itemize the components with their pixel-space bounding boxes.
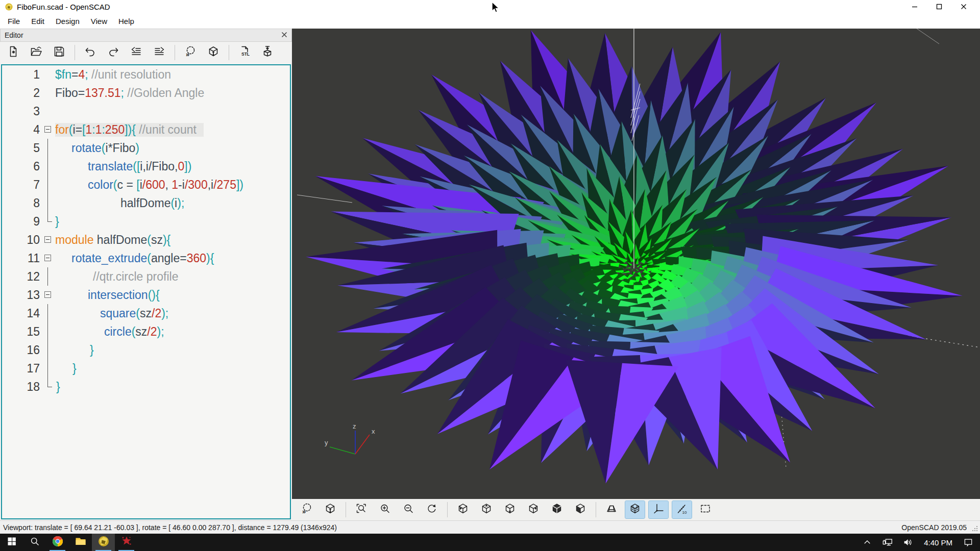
token: Fibo xyxy=(152,160,175,173)
close-button[interactable] xyxy=(951,0,976,13)
redo-icon xyxy=(107,45,119,60)
view-right-button[interactable] xyxy=(453,501,473,518)
token: ) xyxy=(135,141,139,155)
code-text: rotate(i*Fibo) xyxy=(71,141,139,155)
undo-button[interactable] xyxy=(81,44,100,61)
token: * xyxy=(108,141,113,155)
code-line-8[interactable]: 8halfDome(i); xyxy=(2,194,290,212)
view-bottom-button[interactable] xyxy=(500,501,520,518)
code-line-18[interactable]: 18} xyxy=(2,378,290,396)
token: 250 xyxy=(105,123,125,136)
fold-marker[interactable] xyxy=(42,120,55,139)
axis-lines-front xyxy=(292,29,980,499)
line-number: 11 xyxy=(2,252,42,265)
editor-close-icon[interactable] xyxy=(281,31,287,40)
open-button[interactable] xyxy=(27,44,45,61)
editor-panel-header[interactable]: Editor xyxy=(0,29,292,42)
code-line-12[interactable]: 12//qtr.circle profile xyxy=(2,267,290,286)
code-line-10[interactable]: 10module halfDome(sz){ xyxy=(2,231,290,249)
maximize-button[interactable] xyxy=(927,0,951,13)
code-line-6[interactable]: 6translate([i,i/Fibo,0]) xyxy=(2,157,290,176)
token: $fn xyxy=(55,68,71,81)
menu-edit[interactable]: Edit xyxy=(26,15,50,28)
viewport-toolbar: »10 xyxy=(292,499,980,520)
code-line-9[interactable]: 9} xyxy=(2,212,290,231)
zoom-all-button[interactable] xyxy=(352,501,371,518)
code-line-4[interactable]: 4for(i=[1:1:250]){ //unit count xyxy=(2,120,290,139)
show-scale-markers-button[interactable]: 10 xyxy=(672,501,692,518)
volume-icon[interactable] xyxy=(899,534,917,551)
openscad-logo-icon xyxy=(5,3,13,11)
fold-marker[interactable] xyxy=(42,286,55,304)
code-text: $fn=4; //unit resolution xyxy=(55,68,171,82)
redo-button[interactable] xyxy=(104,44,122,61)
zoom-out-button[interactable] xyxy=(399,501,418,518)
code-editor[interactable]: 1$fn=4; //unit resolution2Fibo=137.51; /… xyxy=(1,64,291,519)
render-button[interactable] xyxy=(204,44,223,61)
print-3d-button[interactable] xyxy=(258,44,277,61)
code-text: halfDome(i); xyxy=(120,196,184,210)
code-line-11[interactable]: 11rotate_extrude(angle=360){ xyxy=(2,249,290,267)
code-line-15[interactable]: 15circle(sz/2); xyxy=(2,322,290,341)
view-left-button[interactable] xyxy=(524,501,543,518)
code-line-7[interactable]: 7color(c = [i/600, 1-i/300,i/275]) xyxy=(2,176,290,194)
menu-file[interactable]: File xyxy=(2,15,26,28)
token: - xyxy=(178,178,182,191)
code-line-16[interactable]: 16} xyxy=(2,341,290,359)
menu-view[interactable]: View xyxy=(85,15,113,28)
code-line-17[interactable]: 17} xyxy=(2,359,290,378)
zoom-in-icon xyxy=(379,503,391,517)
taskbar-red-app-button[interactable] xyxy=(115,534,138,551)
save-button[interactable] xyxy=(50,44,68,61)
menu-help[interactable]: Help xyxy=(113,15,140,28)
taskbar-file-explorer-button[interactable] xyxy=(69,534,92,551)
network-icon[interactable] xyxy=(879,534,896,551)
taskbar-search-button[interactable] xyxy=(23,534,46,551)
windows-taskbar: 4:40 PM xyxy=(0,534,980,551)
code-line-13[interactable]: 13intersection(){ xyxy=(2,286,290,304)
new-file-button[interactable] xyxy=(4,44,22,61)
tray-chevron-icon[interactable] xyxy=(859,534,876,551)
zoom-in-button[interactable] xyxy=(375,501,395,518)
minimize-button[interactable] xyxy=(902,0,927,13)
preview-button[interactable]: » xyxy=(297,501,316,518)
taskbar-start-button[interactable] xyxy=(0,534,23,551)
token: } xyxy=(90,343,94,357)
code-line-14[interactable]: 14square(sz/2); xyxy=(2,304,290,322)
view-all-button[interactable] xyxy=(696,501,715,518)
axis-indicator: zxy xyxy=(324,422,385,463)
view-front-button[interactable] xyxy=(571,501,590,518)
resize-grip[interactable] xyxy=(972,525,978,532)
indent-button[interactable] xyxy=(150,44,168,61)
fold-marker xyxy=(42,65,55,84)
preview-button[interactable]: » xyxy=(181,44,200,61)
menu-design[interactable]: Design xyxy=(50,15,85,28)
line-number: 6 xyxy=(2,160,42,173)
view-back-button[interactable] xyxy=(547,501,567,518)
action-center-icon[interactable] xyxy=(960,534,977,551)
perspective-button[interactable] xyxy=(602,501,621,518)
show-axes-button[interactable] xyxy=(649,501,668,518)
render-button[interactable] xyxy=(321,501,340,518)
view-right-icon xyxy=(457,503,469,517)
fold-marker xyxy=(42,304,55,322)
reset-view-icon xyxy=(426,503,438,517)
3d-canvas[interactable]: zxy xyxy=(292,29,980,499)
export-stl-button[interactable]: STL xyxy=(235,44,254,61)
toolbar-separator xyxy=(75,45,75,60)
fold-marker[interactable] xyxy=(42,231,55,249)
view-top-button[interactable] xyxy=(477,501,496,518)
unindent-button[interactable] xyxy=(127,44,145,61)
code-line-2[interactable]: 2Fibo=137.51; //Golden Angle xyxy=(2,84,290,102)
taskbar-openscad-button[interactable] xyxy=(92,534,115,551)
orthogonal-button[interactable] xyxy=(625,501,645,518)
taskbar-clock[interactable]: 4:40 PM xyxy=(920,538,957,547)
code-line-1[interactable]: 1$fn=4; //unit resolution xyxy=(2,65,290,84)
taskbar-chrome-button[interactable] xyxy=(46,534,69,551)
perspective-icon xyxy=(605,503,618,517)
reset-view-button[interactable] xyxy=(422,501,442,518)
code-line-5[interactable]: 5rotate(i*Fibo) xyxy=(2,139,290,157)
toolbar-separator xyxy=(229,45,229,60)
code-line-3[interactable]: 3 xyxy=(2,102,290,120)
fold-marker[interactable] xyxy=(42,249,55,267)
